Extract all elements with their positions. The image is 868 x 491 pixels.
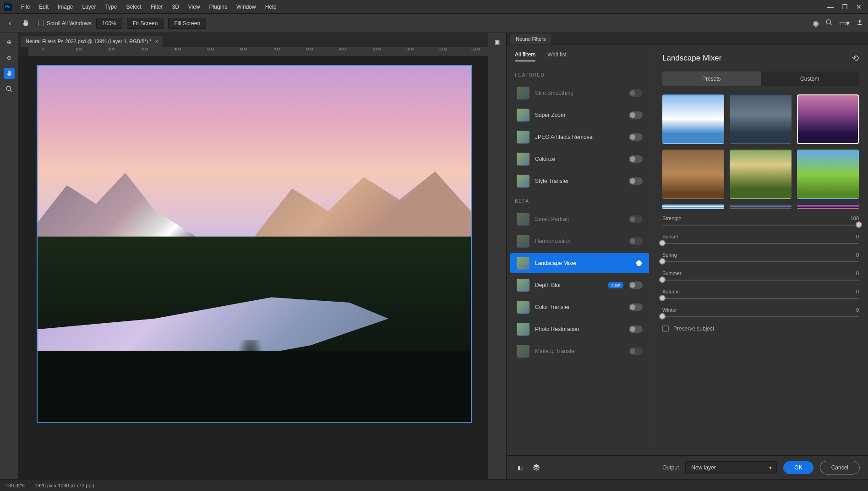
scroll-all-checkbox[interactable] bbox=[38, 21, 44, 26]
window-controls: — ❐ ✕ bbox=[827, 3, 864, 11]
menu-image[interactable]: Image bbox=[53, 2, 77, 12]
layers-icon[interactable] bbox=[531, 463, 541, 473]
home-back-button[interactable]: ‹ bbox=[5, 18, 16, 29]
slider-thumb[interactable] bbox=[659, 276, 666, 283]
canvas-viewport[interactable] bbox=[18, 57, 488, 479]
slider-thumb[interactable] bbox=[659, 240, 666, 246]
slider-thumb[interactable] bbox=[659, 258, 666, 265]
reset-icon[interactable]: ⟲ bbox=[852, 53, 859, 63]
filter-depth-blur[interactable]: Depth BlurNew bbox=[510, 275, 649, 295]
slider-thumb[interactable] bbox=[856, 221, 862, 228]
preset-thumb-more-1[interactable] bbox=[662, 204, 724, 209]
filter-label: Skin Smoothing bbox=[535, 90, 623, 96]
filter-thumb-icon bbox=[517, 257, 530, 270]
zoom-tool-icon[interactable] bbox=[4, 83, 15, 94]
filter-label: Smart Portrait bbox=[535, 216, 623, 222]
filter-toggle[interactable] bbox=[629, 177, 643, 185]
slider-track[interactable] bbox=[662, 225, 859, 226]
filter-jpeg-artifacts-removal[interactable]: JPEG Artifacts Removal bbox=[510, 127, 649, 147]
tool-rail: ⊕ ⊖ bbox=[0, 33, 18, 479]
close-tab-icon[interactable]: × bbox=[155, 39, 158, 44]
slider-thumb[interactable] bbox=[659, 313, 666, 320]
slider-value: 0 bbox=[856, 289, 859, 294]
minimize-icon[interactable]: — bbox=[827, 3, 834, 11]
menu-3d[interactable]: 3D bbox=[167, 2, 183, 12]
cloud-docs-icon[interactable]: ◉ bbox=[813, 19, 819, 28]
filter-super-zoom[interactable]: Super Zoom bbox=[510, 105, 649, 125]
slider-track[interactable] bbox=[662, 298, 859, 299]
menu-edit[interactable]: Edit bbox=[34, 2, 53, 12]
hand-tool-icon[interactable] bbox=[4, 68, 15, 79]
filter-harmonization: Harmonization bbox=[510, 231, 649, 251]
slider-track[interactable] bbox=[662, 316, 859, 317]
close-icon[interactable]: ✕ bbox=[856, 3, 862, 11]
preset-thumb-more-3[interactable] bbox=[797, 204, 859, 209]
document-tab[interactable]: Neural-Filters-Ps-2022.psd @ 139% (Layer… bbox=[21, 36, 163, 47]
filter-color-transfer[interactable]: Color Transfer bbox=[510, 297, 649, 317]
zoom-out-tool-icon[interactable]: ⊖ bbox=[4, 52, 15, 63]
filter-toggle[interactable] bbox=[629, 303, 643, 311]
slider-track[interactable] bbox=[662, 243, 859, 244]
filter-style-transfer[interactable]: Style Transfer bbox=[510, 171, 649, 191]
workspace-icon[interactable]: ▭▾ bbox=[839, 19, 850, 28]
menu-help[interactable]: Help bbox=[261, 2, 281, 12]
preset-thumb-5[interactable] bbox=[730, 149, 792, 199]
slider-thumb[interactable] bbox=[659, 295, 666, 301]
slider-track[interactable] bbox=[662, 280, 859, 281]
before-after-icon[interactable]: ◧ bbox=[515, 463, 525, 473]
panel-expand-icon[interactable]: ▣ bbox=[492, 37, 503, 48]
cancel-button[interactable]: Cancel bbox=[820, 461, 860, 474]
preserve-subject-checkbox[interactable] bbox=[662, 325, 669, 332]
menu-layer[interactable]: Layer bbox=[77, 2, 100, 12]
menu-window[interactable]: Window bbox=[232, 2, 261, 12]
fill-screen-button[interactable]: Fill Screen bbox=[168, 18, 206, 29]
tab-wait-list[interactable]: Wait list bbox=[547, 51, 567, 61]
filter-toggle[interactable] bbox=[629, 325, 643, 333]
slider-value: 0 bbox=[856, 252, 859, 258]
maximize-icon[interactable]: ❐ bbox=[842, 3, 848, 11]
preset-thumb-3[interactable] bbox=[797, 94, 859, 144]
menu-view[interactable]: View bbox=[184, 2, 205, 12]
filter-toggle[interactable] bbox=[629, 111, 643, 119]
menu-select[interactable]: Select bbox=[121, 2, 146, 12]
filter-toggle[interactable] bbox=[629, 259, 643, 267]
menu-filter[interactable]: Filter bbox=[146, 2, 168, 12]
slider-track[interactable] bbox=[662, 261, 859, 262]
ruler-tick: 400 bbox=[174, 47, 181, 51]
filter-colorize[interactable]: Colorize bbox=[510, 149, 649, 169]
preset-thumb-1[interactable] bbox=[662, 94, 724, 144]
fit-screen-button[interactable]: Fit Screen bbox=[127, 18, 164, 29]
menu-file[interactable]: File bbox=[16, 2, 34, 12]
tab-custom[interactable]: Custom bbox=[761, 72, 859, 86]
filter-thumb-icon bbox=[517, 131, 530, 143]
preset-thumb-more-2[interactable] bbox=[730, 204, 792, 209]
app-logo: Ps bbox=[4, 3, 12, 11]
zoom-level-button[interactable]: 100% bbox=[96, 18, 122, 29]
filter-toggle[interactable] bbox=[629, 155, 643, 163]
preset-thumb-4[interactable] bbox=[662, 149, 724, 199]
output-select[interactable]: New layer bbox=[685, 461, 777, 474]
target-tool-icon[interactable]: ⊕ bbox=[4, 37, 15, 48]
menu-type[interactable]: Type bbox=[100, 2, 121, 12]
tab-all-filters[interactable]: All filters bbox=[515, 51, 535, 61]
search-icon[interactable] bbox=[825, 19, 833, 28]
hand-tool-icon[interactable] bbox=[20, 18, 31, 29]
preset-thumb-2[interactable] bbox=[730, 94, 792, 144]
filter-thumb-icon bbox=[517, 279, 530, 292]
slider-strength: Strength100 bbox=[662, 215, 859, 226]
filter-toggle[interactable] bbox=[629, 281, 643, 289]
share-icon[interactable] bbox=[856, 19, 863, 28]
filter-toggle[interactable] bbox=[629, 133, 643, 141]
ok-button[interactable]: OK bbox=[783, 461, 813, 474]
slider-value: 100 bbox=[851, 215, 859, 221]
filter-photo-restoration[interactable]: Photo Restoration bbox=[510, 319, 649, 339]
preset-thumb-6[interactable] bbox=[797, 149, 859, 199]
tab-presets[interactable]: Presets bbox=[662, 72, 761, 86]
slider-summer: Summer0 bbox=[662, 270, 859, 281]
filter-skin-smoothing: Skin Smoothing bbox=[510, 83, 649, 103]
output-label: Output bbox=[662, 464, 679, 471]
menu-plugins[interactable]: Plugins bbox=[205, 2, 232, 12]
panel-tab-neural-filters[interactable]: Neural Filters bbox=[510, 34, 551, 44]
filter-landscape-mixer[interactable]: Landscape Mixer bbox=[510, 253, 649, 273]
panel-footer: ◧ Output New layer OK Cancel bbox=[507, 455, 868, 479]
